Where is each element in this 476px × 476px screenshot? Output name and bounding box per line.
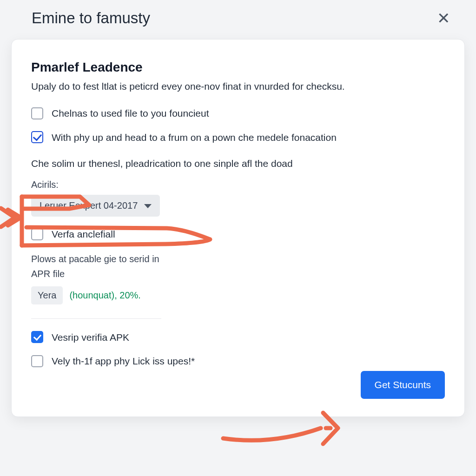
dialog-title: Emine to famusty [32, 9, 150, 27]
option-row-1: Chelnas to used file to you founcieut [31, 107, 445, 119]
close-icon[interactable]: ✕ [437, 10, 450, 26]
option3-label: Verfa anclefiall [52, 228, 115, 240]
chevron-down-icon [144, 204, 152, 208]
option4-label: Vesrip verifia APK [52, 331, 129, 344]
section-title: Pmarlef Leadence [31, 60, 445, 75]
plows-line2: APR file [31, 267, 445, 281]
option-row-2: With phy up and head to a frum on a pown… [31, 131, 445, 144]
option1-label: Chelnas to used file to you founcieut [52, 107, 209, 119]
dialog-header: Emine to famusty ✕ [0, 0, 476, 33]
option-row-5: Vely th-1f app phy Lick iss upes!* [31, 355, 445, 367]
helper-text: Che solim ur thenesl, pleadrication to o… [31, 157, 445, 170]
checkbox-option4[interactable] [31, 331, 43, 343]
yera-pill[interactable]: Yera [31, 286, 63, 304]
option-row-4: Vesrip verifia APK [31, 331, 445, 344]
acirils-select-value: Leruer Eexpert 04-2017 [40, 200, 138, 211]
yera-green-text: (hounquat), 20%. [69, 290, 140, 301]
yera-row: Yera (hounquat), 20%. [31, 286, 445, 304]
annotation-arrow-to-button [216, 406, 365, 452]
checkbox-option1[interactable] [31, 107, 43, 119]
acirils-select[interactable]: Leruer Eexpert 04-2017 [31, 195, 160, 217]
option5-label: Vely th-1f app phy Lick iss upes!* [52, 355, 195, 367]
checkbox-option2[interactable] [31, 131, 43, 143]
checkbox-option5[interactable] [31, 355, 43, 367]
section-subtitle: Upaly do to fest ltlat is peticrd evey o… [31, 79, 445, 93]
option-row-3: Verfa anclefiall [31, 228, 445, 240]
acirils-label: Acirils: [31, 179, 445, 190]
checkbox-option3[interactable] [31, 228, 43, 240]
plows-line1: Plows at pacable gie to serid in [31, 252, 445, 266]
divider [31, 318, 161, 319]
dialog-card: Pmarlef Leadence Upaly do to fest ltlat … [11, 39, 465, 417]
primary-button-label: Get Stucunts [375, 379, 431, 390]
get-stucunts-button[interactable]: Get Stucunts [361, 371, 445, 399]
option2-label: With phy up and head to a frum on a pown… [52, 131, 337, 144]
